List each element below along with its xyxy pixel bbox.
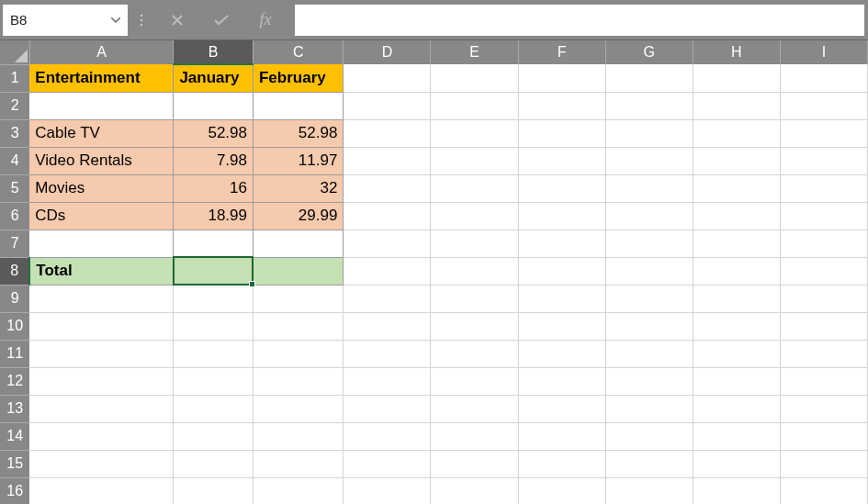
cell-I2[interactable] xyxy=(780,92,867,119)
cell-H14[interactable] xyxy=(693,422,780,450)
cell-A16[interactable] xyxy=(29,477,174,504)
cell-D6[interactable] xyxy=(344,202,431,230)
cell-D2[interactable] xyxy=(344,92,431,119)
cell-A5[interactable]: Movies xyxy=(29,174,174,202)
column-header-D[interactable]: D xyxy=(344,40,431,64)
cell-A12[interactable] xyxy=(29,367,174,395)
cell-I10[interactable] xyxy=(780,312,867,340)
cell-A10[interactable] xyxy=(29,312,174,340)
cell-D12[interactable] xyxy=(344,367,431,395)
cell-E15[interactable] xyxy=(431,450,518,477)
cell-F15[interactable] xyxy=(518,450,605,477)
cell-B14[interactable] xyxy=(174,422,254,450)
cell-B7[interactable] xyxy=(174,230,254,257)
cell-A1[interactable]: Entertainment xyxy=(29,64,174,92)
cell-G15[interactable] xyxy=(605,450,693,477)
cell-H9[interactable] xyxy=(693,285,780,312)
cell-H7[interactable] xyxy=(693,230,780,257)
column-header-B[interactable]: B xyxy=(174,40,254,64)
cell-G13[interactable] xyxy=(605,395,693,422)
cell-H12[interactable] xyxy=(693,367,780,395)
cell-D8[interactable] xyxy=(344,257,431,285)
cell-D1[interactable] xyxy=(344,64,431,92)
cell-H8[interactable] xyxy=(693,257,780,285)
cell-H1[interactable] xyxy=(693,64,780,92)
cell-G8[interactable] xyxy=(605,257,693,285)
cell-B5[interactable]: 16 xyxy=(174,174,254,202)
cell-B1[interactable]: January xyxy=(174,64,254,92)
cell-B12[interactable] xyxy=(174,367,254,395)
cell-I4[interactable] xyxy=(780,147,867,174)
cell-F12[interactable] xyxy=(518,367,605,395)
cell-E13[interactable] xyxy=(431,395,518,422)
column-header-C[interactable]: C xyxy=(253,40,343,64)
cell-B11[interactable] xyxy=(174,340,254,367)
cell-C16[interactable] xyxy=(253,477,343,504)
cell-E16[interactable] xyxy=(431,477,518,504)
cell-B9[interactable] xyxy=(174,285,254,312)
cell-A9[interactable] xyxy=(29,285,174,312)
cell-E2[interactable] xyxy=(431,92,518,119)
cell-B2[interactable] xyxy=(174,92,254,119)
fill-handle[interactable] xyxy=(249,281,255,287)
cell-I14[interactable] xyxy=(780,422,867,450)
row-header-6[interactable]: 6 xyxy=(0,202,29,230)
cell-F10[interactable] xyxy=(518,312,605,340)
row-header-14[interactable]: 14 xyxy=(0,422,29,450)
cell-E14[interactable] xyxy=(431,422,518,450)
cell-A11[interactable] xyxy=(29,340,174,367)
column-header-E[interactable]: E xyxy=(431,40,518,64)
cell-C13[interactable] xyxy=(253,395,343,422)
cell-D5[interactable] xyxy=(344,174,431,202)
cell-C4[interactable]: 11.97 xyxy=(253,147,343,174)
cell-D15[interactable] xyxy=(344,450,431,477)
cell-F11[interactable] xyxy=(518,340,605,367)
cell-F2[interactable] xyxy=(518,92,605,119)
cell-E8[interactable] xyxy=(431,257,518,285)
cell-D11[interactable] xyxy=(344,340,431,367)
cell-I15[interactable] xyxy=(780,450,867,477)
cell-G3[interactable] xyxy=(605,119,693,147)
cell-H3[interactable] xyxy=(693,119,780,147)
cell-G2[interactable] xyxy=(605,92,693,119)
cell-C15[interactable] xyxy=(253,450,343,477)
cell-C11[interactable] xyxy=(253,340,343,367)
cell-A2[interactable] xyxy=(29,92,174,119)
cell-E6[interactable] xyxy=(431,202,518,230)
cell-I12[interactable] xyxy=(780,367,867,395)
cell-H16[interactable] xyxy=(693,477,780,504)
cell-A14[interactable] xyxy=(29,422,174,450)
row-header-3[interactable]: 3 xyxy=(0,119,29,147)
cell-B3[interactable]: 52.98 xyxy=(174,119,254,147)
cell-D13[interactable] xyxy=(344,395,431,422)
cell-C6[interactable]: 29.99 xyxy=(253,202,343,230)
cell-F8[interactable] xyxy=(518,257,605,285)
cell-H5[interactable] xyxy=(693,174,780,202)
cell-C14[interactable] xyxy=(253,422,343,450)
cell-D7[interactable] xyxy=(344,230,431,257)
cell-D10[interactable] xyxy=(344,312,431,340)
cell-G12[interactable] xyxy=(605,367,693,395)
cell-A6[interactable]: CDs xyxy=(29,202,174,230)
cell-D4[interactable] xyxy=(344,147,431,174)
cell-F9[interactable] xyxy=(518,285,605,312)
cell-G4[interactable] xyxy=(605,147,693,174)
cell-H15[interactable] xyxy=(693,450,780,477)
cell-G10[interactable] xyxy=(605,312,693,340)
cell-B10[interactable] xyxy=(174,312,254,340)
row-header-13[interactable]: 13 xyxy=(0,395,29,422)
cell-F14[interactable] xyxy=(518,422,605,450)
cell-C5[interactable]: 32 xyxy=(253,174,343,202)
cell-D3[interactable] xyxy=(344,119,431,147)
cell-I9[interactable] xyxy=(780,285,867,312)
cell-G16[interactable] xyxy=(605,477,693,504)
cell-A7[interactable] xyxy=(29,230,174,257)
row-header-5[interactable]: 5 xyxy=(0,174,29,202)
cell-C9[interactable] xyxy=(253,285,343,312)
cell-B8[interactable] xyxy=(174,257,254,285)
row-header-2[interactable]: 2 xyxy=(0,92,29,119)
cell-E10[interactable] xyxy=(431,312,518,340)
column-header-H[interactable]: H xyxy=(693,40,780,64)
spreadsheet-grid[interactable]: ABCDEFGHI1EntertainmentJanuaryFebruary23… xyxy=(0,40,868,504)
cell-G11[interactable] xyxy=(605,340,693,367)
